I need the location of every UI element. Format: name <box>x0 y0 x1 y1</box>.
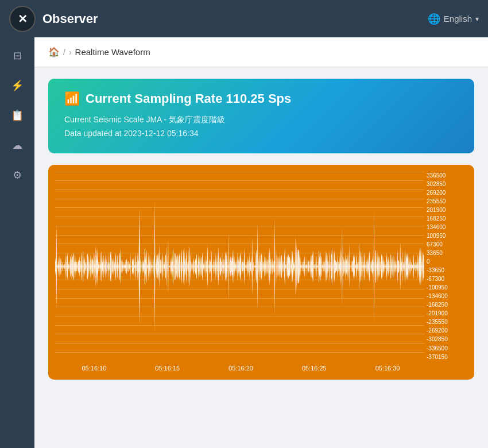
yaxis-label: -302850 <box>424 337 467 342</box>
seismic-scale-text: Current Seismic Scale JMA - 気象庁震度階級 <box>64 113 458 127</box>
settings-icon: ⚙ <box>13 169 22 181</box>
globe-icon: 🌐 <box>428 13 440 25</box>
home-icon[interactable]: 🏠 <box>48 47 60 57</box>
xaxis-label: 05:16:15 <box>155 365 180 372</box>
dashboard-icon: ⊟ <box>13 49 22 62</box>
language-selector[interactable]: 🌐 English ▾ <box>428 13 479 25</box>
yaxis-label: -336500 <box>424 346 467 352</box>
sidebar-item-reports[interactable]: 📋 <box>5 103 30 128</box>
yaxis-label: -100950 <box>424 285 467 291</box>
card-title-row: 📶 Current Sampling Rate 110.25 Sps <box>64 91 458 106</box>
breadcrumb: 🏠 / › Realtime Waveform <box>34 37 488 67</box>
chevron-down-icon: ▾ <box>475 15 479 23</box>
app-logo[interactable]: ✕ <box>9 6 36 32</box>
cloud-icon: ☁ <box>12 139 22 152</box>
sidebar-item-cloud[interactable]: ☁ <box>5 133 30 158</box>
sidebar: ⊟ ⚡ 📋 ☁ ⚙ <box>0 37 34 448</box>
waveform-yaxis: 3365003028502692002355502019001682501346… <box>424 172 467 361</box>
waveform-chart <box>55 172 424 361</box>
xaxis-label: 05:16:30 <box>375 365 400 372</box>
xaxis-label: 05:16:20 <box>228 365 253 372</box>
sampling-rate-card: 📶 Current Sampling Rate 110.25 Sps Curre… <box>48 79 474 153</box>
app-title: Observer <box>42 11 98 26</box>
waveform-icon: ⚡ <box>11 79 24 92</box>
yaxis-label: 134600 <box>424 225 467 230</box>
yaxis-label: -235550 <box>424 319 467 325</box>
yaxis-label: 67300 <box>424 242 467 248</box>
reports-icon: 📋 <box>11 109 24 122</box>
yaxis-label: 100950 <box>424 233 467 239</box>
yaxis-label: -33650 <box>424 268 467 273</box>
page-content: 📶 Current Sampling Rate 110.25 Sps Curre… <box>34 67 488 391</box>
card-subtitle: Current Seismic Scale JMA - 気象庁震度階級 Data… <box>64 113 458 141</box>
yaxis-label: -269200 <box>424 328 467 334</box>
header-left: ✕ Observer <box>9 6 98 32</box>
yaxis-label: 235550 <box>424 199 467 204</box>
yaxis-label: -168250 <box>424 302 467 308</box>
yaxis-label: 168250 <box>424 216 467 222</box>
yaxis-label: -67300 <box>424 276 467 282</box>
sidebar-item-settings[interactable]: ⚙ <box>5 163 30 188</box>
sidebar-item-dashboard[interactable]: ⊟ <box>5 43 30 68</box>
yaxis-label: -134600 <box>424 293 467 299</box>
waveform-svg <box>55 172 424 361</box>
breadcrumb-sep2: › <box>69 48 72 57</box>
waveform-xaxis: 05:16:1005:16:1505:16:2005:16:2505:16:30 <box>55 361 424 373</box>
wifi-icon: 📶 <box>64 91 80 106</box>
data-updated-text: Data updated at 2023-12-12 05:16:34 <box>64 127 458 141</box>
yaxis-label: 336500 <box>424 173 467 179</box>
breadcrumb-sep1: / <box>63 48 65 57</box>
yaxis-label: 33650 <box>424 250 467 256</box>
yaxis-label: -370150 <box>424 354 467 360</box>
yaxis-label: -201900 <box>424 311 467 316</box>
yaxis-label: 269200 <box>424 190 467 196</box>
card-title: Current Sampling Rate 110.25 Sps <box>86 91 291 106</box>
yaxis-label: 201900 <box>424 207 467 213</box>
language-label: English <box>444 14 472 24</box>
xaxis-label: 05:16:25 <box>302 365 327 372</box>
yaxis-label: 0 <box>424 259 467 265</box>
xaxis-label: 05:16:10 <box>82 365 106 372</box>
yaxis-label: 302850 <box>424 181 467 187</box>
waveform-inner: 3365003028502692002355502019001682501346… <box>55 172 467 361</box>
waveform-container: 3365003028502692002355502019001682501346… <box>48 165 474 380</box>
sidebar-item-waveform[interactable]: ⚡ <box>5 73 30 98</box>
breadcrumb-page: Realtime Waveform <box>75 47 150 57</box>
main-content: 🏠 / › Realtime Waveform 📶 Current Sampli… <box>34 37 488 448</box>
app-header: ✕ Observer 🌐 English ▾ <box>0 0 488 37</box>
